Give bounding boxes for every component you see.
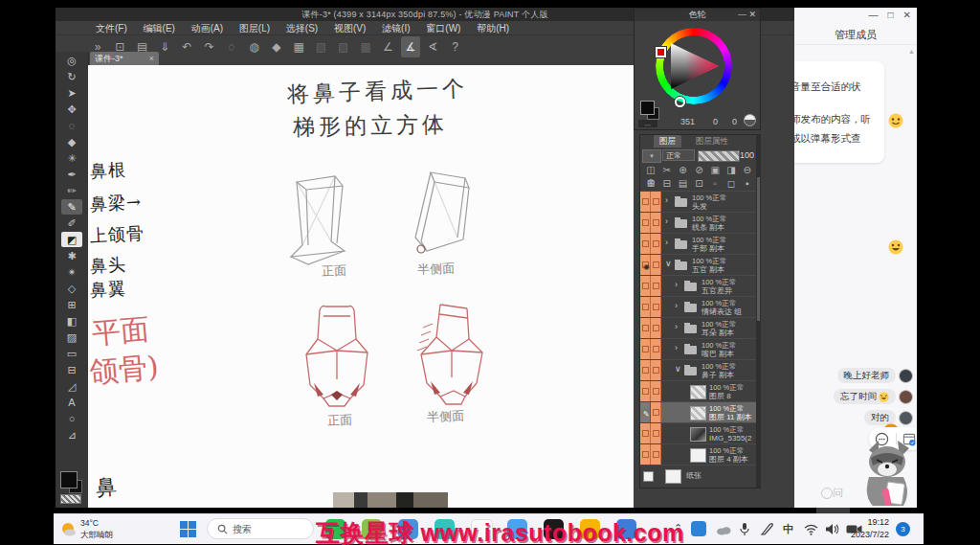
layer-row-features[interactable]: ◉ ∨ 100 %正常五官 副本 — [640, 254, 756, 276]
menu-animation[interactable]: 动画(A) — [191, 23, 223, 34]
expand-icon[interactable]: › — [675, 280, 678, 289]
collapse-icon[interactable]: ∨ — [675, 364, 681, 374]
deselect-icon[interactable]: ◌ — [222, 36, 241, 57]
layer-row-paper[interactable]: 纸张 — [640, 465, 756, 487]
layer-row-layer4[interactable]: 100 %正常图层 4 副本 — [640, 443, 756, 466]
expand-icon[interactable]: › — [665, 216, 668, 226]
tray-tim-icon[interactable] — [691, 521, 706, 536]
start-button[interactable] — [180, 521, 196, 537]
snap-icon-2[interactable]: ∡ — [401, 36, 420, 57]
menu-help[interactable]: 帮助(H) — [477, 23, 509, 34]
ime-indicator[interactable]: 中 — [783, 522, 793, 536]
menu-edit[interactable]: 编辑(E) — [144, 23, 175, 34]
wheel-mode-button[interactable] — [744, 114, 756, 126]
wifi-icon[interactable] — [804, 524, 818, 535]
tab-layers[interactable]: 图层 — [654, 135, 681, 148]
color-history-icon[interactable]: ﹏ — [638, 120, 657, 127]
sv-selector[interactable] — [675, 97, 685, 107]
mask-add-icon[interactable]: ◻ — [724, 177, 738, 190]
layer-row-hair[interactable]: › 100 %正常头发 — [640, 191, 756, 213]
operation-tool[interactable]: ➤ — [61, 85, 82, 101]
redo-icon[interactable]: ↷ — [200, 36, 219, 57]
add-mode-icon[interactable]: ⊕ — [677, 164, 690, 176]
frame-tool[interactable]: ▭ — [61, 346, 82, 361]
snap-icon-1[interactable]: ∠ — [378, 36, 397, 57]
brush-tool[interactable]: ◩ — [61, 232, 82, 247]
collapse-icon[interactable]: ∨ — [665, 259, 672, 268]
clip-mask-icon[interactable]: ◫ — [644, 164, 657, 176]
tab-close-icon[interactable]: × — [149, 52, 154, 65]
new-vector-icon[interactable]: ⊟ — [660, 177, 674, 190]
transparent-color-swatch[interactable] — [60, 494, 81, 504]
notification-badge[interactable]: 3 — [896, 522, 910, 536]
chat-message[interactable]: 晚上好老师 — [837, 368, 914, 383]
menu-view[interactable]: 视图(V) — [334, 23, 366, 34]
menu-file[interactable]: 文件(F) — [96, 23, 127, 34]
eraser-tool[interactable]: ◆ — [61, 134, 82, 149]
paper-checkbox[interactable] — [643, 471, 654, 482]
mesh-tool[interactable]: ⊞ — [61, 297, 82, 312]
transfer-icon[interactable]: ⊡ — [692, 177, 705, 190]
wheel-fg-swatch[interactable] — [640, 101, 655, 115]
lock-icon[interactable]: ⊘ — [692, 164, 705, 176]
crop-icon[interactable]: ▦ — [289, 36, 308, 57]
fill-tool[interactable]: ◧ — [61, 313, 82, 329]
eraser-soft-tool[interactable]: ◇ — [61, 281, 82, 296]
volume-icon[interactable] — [825, 523, 839, 535]
layer-row-ears[interactable]: › 100 %正常耳朵 副本 — [640, 317, 756, 339]
zoom-tool[interactable]: ◎ — [61, 53, 82, 68]
ruler-tool[interactable]: ⊿ — [61, 427, 82, 443]
avatar[interactable] — [899, 411, 913, 425]
balloon-tool[interactable]: ○ — [61, 411, 82, 426]
cloud-sync-icon[interactable] — [716, 524, 731, 535]
drawing-canvas[interactable]: 将鼻子看成一个 梯形的立方体 鼻根 鼻梁→ 上颌骨 鼻头 鼻翼 平面 颌骨) — [88, 65, 634, 508]
menu-filter[interactable]: 滤镜(I) — [382, 23, 410, 34]
layer-row-mouth[interactable]: › 100 %正常嘴巴 副本 — [640, 338, 756, 360]
move-tool[interactable]: ✥ — [61, 102, 82, 117]
effect-icon[interactable]: ▪ — [741, 177, 754, 190]
layer-row-feature-diff[interactable]: › 100 %正常五官差异 — [640, 275, 756, 297]
ask-input-hint[interactable]: 问 — [833, 486, 843, 500]
layer-row-hands[interactable]: › 100 %正常手部 副本 — [640, 233, 756, 255]
rotate-tool[interactable]: ↻ — [61, 69, 82, 84]
merge-icon[interactable]: ▫ — [708, 177, 722, 190]
text-tool[interactable]: A — [61, 395, 82, 410]
search-box[interactable]: 搜索 — [207, 518, 314, 539]
ruler-range-icon[interactable]: ⊖ — [741, 164, 754, 176]
layer-row-layer8[interactable]: 100 %正常图层 8 — [640, 380, 756, 402]
weather-icon[interactable] — [59, 521, 77, 538]
lasso-tool[interactable]: ◌ — [61, 118, 82, 133]
close-icon[interactable]: ✕ — [903, 10, 911, 20]
clock[interactable]: 19:12 2023/7/22 — [851, 516, 889, 541]
microphone-icon[interactable] — [739, 522, 750, 536]
layer-row-lines[interactable]: › 100 %正常线条 副本 — [640, 212, 756, 234]
expand-icon[interactable]: › — [665, 238, 668, 247]
panel-minimize-icon[interactable]: — — [738, 10, 746, 19]
panel-close-icon[interactable]: ✕ — [748, 10, 756, 19]
layer-row-nose[interactable]: ∨ 100 %正常鼻子 副本 — [640, 359, 756, 381]
tab-layer-properties[interactable]: 图层属性 — [690, 135, 734, 148]
ask-circle-icon[interactable] — [821, 488, 833, 499]
manage-members-header[interactable]: 管理成员 — [794, 25, 917, 45]
auto-select-tool[interactable]: ✳ — [61, 150, 82, 166]
foreground-color-swatch[interactable] — [60, 471, 78, 488]
maximize-icon[interactable]: □ — [888, 10, 894, 20]
eyedropper-tool[interactable]: ✒ — [61, 167, 82, 182]
blend-mode-dropdown[interactable]: 正常 — [662, 149, 695, 161]
scroll-up-icon[interactable]: ▲ — [908, 48, 915, 55]
hue-selector[interactable] — [656, 47, 666, 57]
expand-icon[interactable]: › — [665, 195, 668, 205]
layer-row-layer11-selected[interactable]: ✎ 100 %正常图层 11 副本 — [640, 401, 756, 423]
pencil-tool[interactable]: ✐ — [61, 216, 82, 231]
layer-row-expressions[interactable]: › 100 %正常情绪表达 组 — [640, 296, 756, 318]
new-folder-icon[interactable]: ▤ — [677, 177, 690, 190]
menu-select[interactable]: 选择(S) — [286, 23, 318, 34]
opacity-slider[interactable] — [698, 150, 740, 162]
snap-icon-3[interactable]: ∢ — [423, 36, 442, 57]
chat-message[interactable]: 忘了时间 — [834, 389, 913, 404]
minimize-icon[interactable]: — — [869, 10, 879, 20]
menu-layer[interactable]: 图层(L) — [239, 23, 270, 34]
airbrush-tool[interactable]: ✱ — [61, 248, 82, 263]
avatar[interactable] — [899, 390, 913, 404]
weather-widget[interactable]: 34°C 大部晴朗 — [80, 517, 113, 540]
